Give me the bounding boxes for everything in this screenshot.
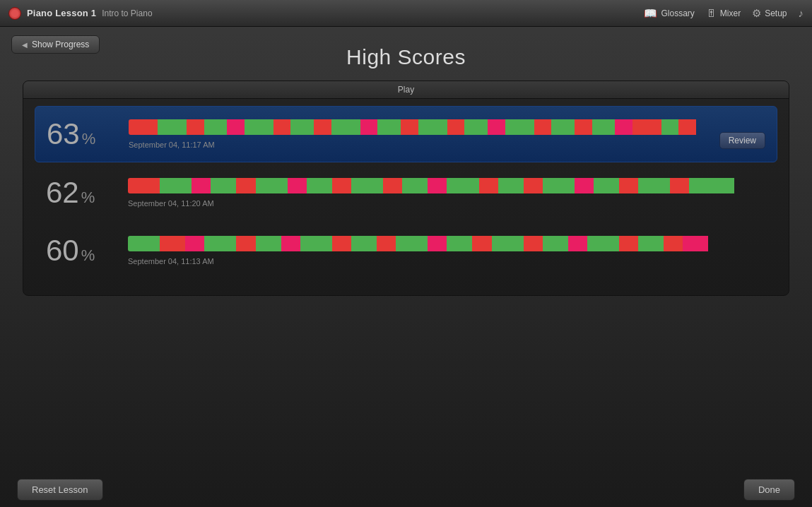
back-button[interactable] (8, 7, 21, 20)
glossary-icon: 📖 (644, 7, 657, 20)
score-bar-1 (129, 119, 708, 135)
score-row-3: 60 % (35, 223, 777, 278)
score-bar-3 (128, 236, 766, 251)
mixer-label: Mixer (720, 8, 741, 18)
music-control[interactable]: ♪ (799, 7, 804, 19)
topbar: Piano Lesson 1 Intro to Piano 📖 Glossary… (0, 0, 812, 27)
music-icon: ♪ (799, 7, 804, 19)
score-bar-area-1: September 04, 11:17 AM (129, 119, 708, 149)
main-content: Show Progress High Scores Play 63 % (0, 27, 812, 507)
bottombar: Reset Lesson Done (0, 472, 812, 507)
show-progress-button[interactable]: Show Progress (11, 35, 100, 54)
show-progress-label: Show Progress (32, 40, 89, 49)
bar-inner-2 (128, 178, 766, 193)
play-tab[interactable]: Play (23, 81, 789, 99)
score-date-2: September 04, 11:20 AM (128, 199, 766, 208)
scores-container: Play 63 % (23, 80, 789, 296)
done-button[interactable]: Done (743, 479, 795, 501)
score-row-1: 63 % (35, 106, 777, 162)
score-value-3: 60 % (46, 236, 117, 266)
reset-lesson-button[interactable]: Reset Lesson (17, 479, 103, 501)
score-value-2: 62 % (46, 178, 117, 208)
score-value-1: 63 % (47, 119, 117, 149)
score-bar-area-2: September 04, 11:20 AM (128, 178, 766, 208)
top-right-controls: 📖 Glossary 🎚 Mixer ⚙ Setup ♪ (644, 7, 804, 20)
score-date-1: September 04, 11:17 AM (129, 141, 708, 149)
score-row-2: 62 % (35, 165, 777, 220)
score-bar-area-3: September 04, 11:13 AM (128, 236, 766, 266)
bar-inner-3 (128, 236, 766, 251)
mixer-icon: 🎚 (706, 7, 717, 19)
score-date-3: September 04, 11:13 AM (128, 257, 766, 266)
scores-list: 63 % (23, 99, 789, 295)
setup-control[interactable]: ⚙ Setup (752, 7, 787, 20)
page-title: High Scores (11, 35, 801, 80)
mixer-control[interactable]: 🎚 Mixer (706, 7, 741, 19)
lesson-subtitle: Intro to Piano (102, 8, 152, 18)
glossary-control[interactable]: 📖 Glossary (644, 7, 694, 20)
setup-label: Setup (765, 8, 787, 18)
bar-inner-1 (129, 119, 708, 135)
setup-icon: ⚙ (752, 7, 761, 20)
glossary-label: Glossary (661, 8, 694, 18)
review-button-1[interactable]: Review (719, 132, 765, 149)
lesson-title: Piano Lesson 1 (27, 8, 96, 18)
score-bar-2 (128, 178, 766, 193)
